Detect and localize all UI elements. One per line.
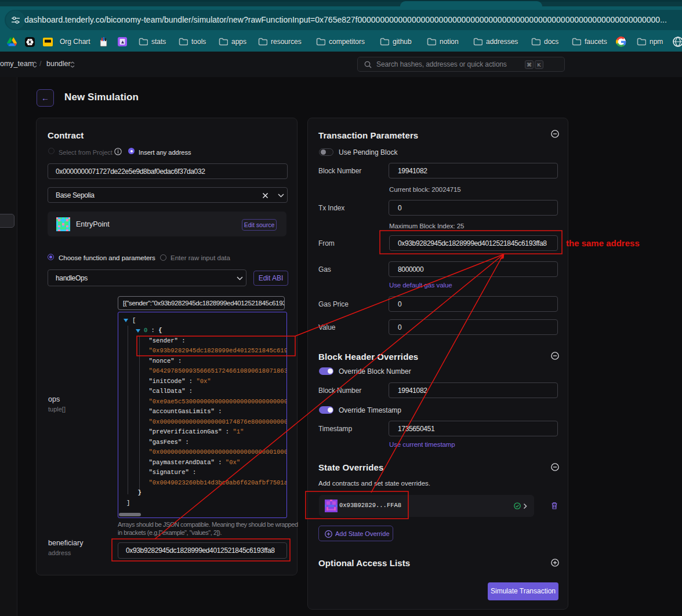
svg-text:the same address: the same address [566,238,640,248]
